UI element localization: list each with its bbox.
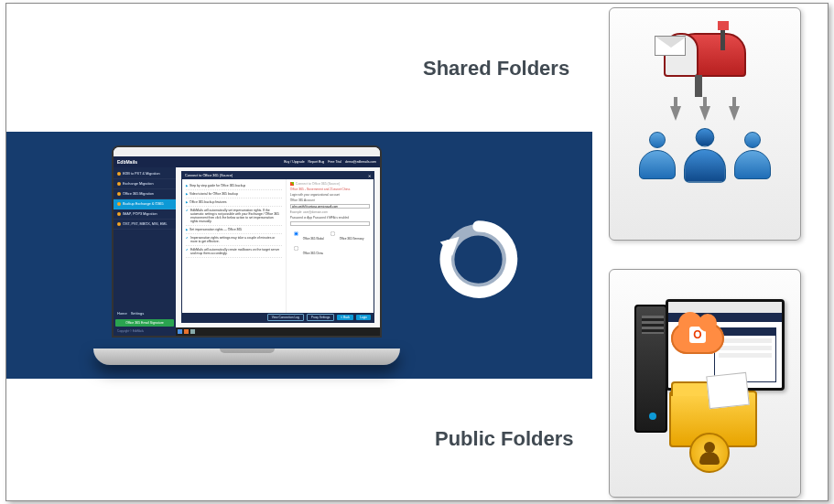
app-topbar: EdbMails Buy / Upgrade Report Bug Free T… xyxy=(114,156,380,167)
topbar-link[interactable]: Buy / Upgrade xyxy=(284,160,304,164)
dialog-info-item: ✔EdbMails will automatically create mail… xyxy=(186,246,282,258)
app-sidebar: EDB to PST & Migration Exchange Migratio… xyxy=(114,167,176,336)
sidebar-item[interactable]: OST, PST, MBOX, MSI, EML xyxy=(114,220,176,230)
user-icon xyxy=(636,132,678,182)
down-arrow-icon xyxy=(699,106,710,121)
login-button[interactable]: Login xyxy=(356,315,371,320)
sidebar-item[interactable]: Office 365 Migration xyxy=(114,189,176,199)
public-folders-card: O xyxy=(609,269,801,498)
dialog-info-item[interactable]: ▶Video tutorial for Office 365 backup xyxy=(186,190,282,198)
email-signature-button[interactable]: Office 365 Email Signature xyxy=(115,319,174,327)
topbar-links: Buy / Upgrade Report Bug Free Trial demo… xyxy=(284,160,376,164)
dialog-info-item[interactable]: ▶Office 365 backup features xyxy=(186,198,282,207)
down-arrow-icon xyxy=(729,106,740,121)
cloud-o365-icon: O xyxy=(671,323,724,354)
server-tower-icon xyxy=(634,305,667,433)
topbar-link[interactable]: Free Trial xyxy=(328,160,341,164)
topbar-link[interactable]: Report Bug xyxy=(309,160,325,164)
dialog-right-panel: Connect to Office 365 (Source) Office 36… xyxy=(286,179,374,322)
back-button[interactable]: < Back xyxy=(337,315,353,320)
mailbox-icon xyxy=(655,19,755,92)
user-icon xyxy=(681,128,730,186)
sidebar-item[interactable]: IMAP, POP3 Migration xyxy=(114,209,176,220)
users-group-icon xyxy=(636,132,774,182)
diagram-canvas: Shared Folders Public Folders EdbMails B… xyxy=(5,3,829,501)
microsoft-logo-text: Connect to Office 365 (Source) xyxy=(290,182,370,186)
account-example-hint: Example: user@domain.com xyxy=(290,210,370,214)
public-folders-label: Public Folders xyxy=(435,427,574,451)
dialog-left-panel: ▶Step by step guide for Office 365 backu… xyxy=(182,179,286,322)
dialog-info-item: ✔Impersonation rights settings may take … xyxy=(186,234,282,246)
connect-o365-dialog: Connect to Office 365 (Source) ✕ ▶Step b… xyxy=(181,171,374,323)
shared-folders-label: Shared Folders xyxy=(423,57,569,80)
close-icon[interactable]: ✕ xyxy=(368,174,371,178)
topbar-link[interactable]: demo@edbmails.com xyxy=(345,160,376,164)
envelope-icon xyxy=(655,36,686,56)
sidebar-footer-settings[interactable]: Settings xyxy=(131,311,144,316)
app-main: Connect to Office 365 (Source) ✕ ▶Step b… xyxy=(176,167,380,336)
windows-taskbar xyxy=(176,327,380,336)
right-column: O xyxy=(595,4,815,500)
laptop-screen: EdbMails Buy / Upgrade Report Bug Free T… xyxy=(112,145,382,338)
app-window: EdbMails Buy / Upgrade Report Bug Free T… xyxy=(114,147,380,336)
laptop-base xyxy=(93,349,400,365)
sidebar-item[interactable]: EDB to PST & Migration xyxy=(114,169,176,179)
gov-china-notice: Office 365 - Government and 21vianet Chi… xyxy=(290,188,370,191)
down-arrow-icon xyxy=(670,106,681,121)
radio-germany[interactable]: Office 365 Germany xyxy=(327,228,364,241)
taskbar-icon[interactable] xyxy=(184,329,189,334)
sync-icon xyxy=(435,216,522,303)
radio-china[interactable]: Office 365 China xyxy=(290,242,323,255)
password-label: Password or App Password if MFA is enabl… xyxy=(290,216,370,220)
laptop-illustration: EdbMails Buy / Upgrade Report Bug Free T… xyxy=(93,145,400,365)
sidebar-item[interactable]: Exchange Migration xyxy=(114,179,176,189)
dialog-header: Connect to Office 365 (Source) ✕ xyxy=(182,172,374,179)
sidebar-item-selected[interactable]: Backup Exchange & O365 xyxy=(114,199,176,209)
taskbar-icon[interactable] xyxy=(190,329,195,334)
proxy-settings-button[interactable]: Proxy Settings xyxy=(307,314,335,321)
taskbar-icon[interactable] xyxy=(178,329,182,334)
dialog-info-item[interactable]: ▶Set impersonation rights — Office 365 xyxy=(186,226,282,234)
down-arrows xyxy=(670,106,740,121)
view-log-button[interactable]: View Connection Log xyxy=(267,314,304,321)
dialog-info-item[interactable]: ▶Step by step guide for Office 365 backu… xyxy=(186,182,282,190)
user-coin-icon xyxy=(689,433,730,473)
radio-global[interactable]: Office 365 Global xyxy=(290,228,324,241)
dialog-title: Connect to Office 365 (Source) xyxy=(185,174,233,177)
dialog-info-item: ✔EdbMails will automatically set imperso… xyxy=(186,207,282,226)
sidebar-footer-home[interactable]: Home xyxy=(117,311,127,316)
account-input[interactable] xyxy=(290,204,370,209)
dialog-footer: View Connection Log Proxy Settings < Bac… xyxy=(182,313,374,322)
app-brand: EdbMails xyxy=(117,159,137,165)
user-icon xyxy=(731,132,774,182)
copyright-text: Copyright © EdbMails xyxy=(114,328,176,334)
login-heading: Login with your organizational account xyxy=(290,193,370,197)
window-titlebar xyxy=(114,147,380,156)
account-label: Office 365 Account xyxy=(290,198,370,202)
shared-folders-card xyxy=(609,7,801,241)
password-input[interactable] xyxy=(290,221,370,226)
